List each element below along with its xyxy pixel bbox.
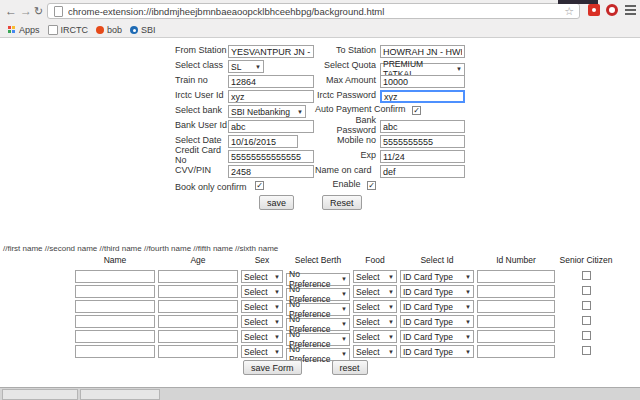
reload-icon[interactable]: ↻ bbox=[34, 3, 43, 19]
extension-icon-circle[interactable] bbox=[606, 4, 618, 16]
to-station-label: To Station bbox=[314, 45, 380, 55]
from-station-label: From Station bbox=[175, 45, 228, 55]
bookmark-bob[interactable]: bob bbox=[96, 25, 122, 35]
bank-label: Select bank bbox=[175, 105, 228, 115]
passenger-age-input[interactable] bbox=[158, 345, 238, 358]
senior-citizen-checkbox[interactable] bbox=[582, 331, 591, 340]
header-select-id: Select Id bbox=[400, 255, 474, 265]
bookmark-apps[interactable]: Apps bbox=[8, 25, 40, 35]
header-senior-citizen: Senior Citizen bbox=[558, 255, 614, 265]
chevron-down-icon: ▼ bbox=[462, 289, 471, 295]
name-on-card-input[interactable] bbox=[380, 165, 465, 178]
quota-label: Select Quota bbox=[314, 60, 380, 70]
train-no-label: Train no bbox=[175, 75, 228, 85]
auto-payment-checkbox[interactable] bbox=[412, 106, 421, 115]
senior-citizen-checkbox[interactable] bbox=[582, 301, 591, 310]
bank-password-label: Bank Password bbox=[314, 115, 380, 135]
bookmark-star-icon[interactable]: ☆ bbox=[564, 5, 574, 18]
irctc-password-label: Irctc Password bbox=[314, 90, 380, 100]
window-edge-strip bbox=[558, 0, 598, 4]
date-label: Select Date bbox=[175, 135, 228, 145]
mobile-label: Mobile no bbox=[314, 135, 380, 145]
back-icon[interactable]: ← bbox=[5, 3, 17, 19]
url-text: chrome-extension://ibndmjheejbmnbaeaoopc… bbox=[68, 6, 559, 17]
chevron-down-icon: ▼ bbox=[462, 334, 471, 340]
chevron-down-icon: ▼ bbox=[338, 351, 347, 357]
forward-icon[interactable]: → bbox=[20, 3, 32, 19]
chevron-down-icon: ▼ bbox=[385, 334, 394, 340]
irctc-password-input[interactable] bbox=[380, 90, 465, 103]
chevron-down-icon: ▼ bbox=[271, 334, 280, 340]
address-bar[interactable]: chrome-extension://ibndmjheejbmnbaeaoopc… bbox=[47, 3, 580, 19]
chevron-down-icon: ▼ bbox=[462, 319, 471, 325]
chevron-down-icon: ▼ bbox=[462, 349, 471, 355]
class-label: Select class bbox=[175, 60, 228, 70]
header-name: Name bbox=[75, 255, 155, 265]
booking-form: From Station To Station Select class SL … bbox=[175, 42, 475, 210]
chevron-down-icon: ▼ bbox=[385, 319, 394, 325]
passenger-row: Select ▼ No Preference ▼ Select ▼ ID Car… bbox=[0, 342, 640, 357]
chevron-down-icon: ▼ bbox=[294, 109, 303, 115]
document-icon bbox=[48, 25, 58, 35]
header-sex: Sex bbox=[241, 255, 283, 265]
save-form-button[interactable]: save Form bbox=[243, 360, 302, 375]
extension-page: From Station To Station Select class SL … bbox=[0, 38, 640, 400]
bookmarks-bar: Apps IRCTC bob SBI bbox=[0, 23, 640, 38]
food-select[interactable]: Select ▼ bbox=[353, 345, 397, 358]
passenger-name-input[interactable] bbox=[75, 345, 155, 358]
chevron-down-icon: ▼ bbox=[462, 304, 471, 310]
book-only-confirm-label: Book only confirm bbox=[175, 182, 247, 192]
chevron-down-icon: ▼ bbox=[271, 274, 280, 280]
chevron-down-icon: ▼ bbox=[271, 289, 280, 295]
senior-citizen-checkbox[interactable] bbox=[582, 286, 591, 295]
extension-icon-red[interactable] bbox=[588, 4, 600, 16]
chevron-down-icon: ▼ bbox=[385, 274, 394, 280]
id-number-input[interactable] bbox=[477, 345, 555, 358]
bottom-taskbar bbox=[0, 387, 640, 400]
page-icon bbox=[54, 6, 63, 17]
sbi-logo-icon bbox=[130, 26, 138, 34]
book-only-confirm-checkbox[interactable] bbox=[255, 181, 264, 190]
chevron-down-icon: ▼ bbox=[385, 289, 394, 295]
taskbar-item[interactable] bbox=[80, 389, 160, 400]
credit-card-label: Credit Card No bbox=[175, 145, 228, 165]
bookmark-irctc[interactable]: IRCTC bbox=[48, 25, 89, 35]
name-on-card-label: Name on card bbox=[314, 165, 380, 175]
irctc-user-label: Irctc User Id bbox=[175, 90, 228, 100]
chevron-down-icon: ▼ bbox=[462, 274, 471, 280]
max-amount-label: Max Amount bbox=[314, 75, 380, 85]
exp-label: Exp bbox=[314, 150, 380, 160]
chevron-down-icon: ▼ bbox=[252, 64, 261, 70]
enable-checkbox[interactable] bbox=[367, 181, 376, 190]
header-food: Food bbox=[353, 255, 397, 265]
chevron-down-icon: ▼ bbox=[385, 304, 394, 310]
save-button[interactable]: save bbox=[259, 195, 294, 210]
cvv-label: CVV/PIN bbox=[175, 165, 228, 175]
bob-logo-icon bbox=[96, 26, 104, 34]
chevron-down-icon: ▼ bbox=[271, 319, 280, 325]
taskbar-item[interactable] bbox=[2, 389, 78, 400]
browser-window: ← → ↻ chrome-extension://ibndmjheejbmnba… bbox=[0, 0, 640, 400]
bank-user-label: Bank User Id bbox=[175, 120, 228, 130]
berth-select[interactable]: No Preference ▼ bbox=[286, 348, 350, 361]
senior-citizen-checkbox[interactable] bbox=[582, 346, 591, 355]
senior-citizen-checkbox[interactable] bbox=[582, 316, 591, 325]
menu-icon[interactable] bbox=[625, 5, 636, 15]
chevron-down-icon: ▼ bbox=[271, 349, 280, 355]
header-id-number: Id Number bbox=[477, 255, 555, 265]
reset-form-button[interactable]: reset bbox=[332, 360, 368, 375]
header-age: Age bbox=[158, 255, 238, 265]
reset-button[interactable]: Reset bbox=[322, 195, 362, 210]
sex-select[interactable]: Select ▼ bbox=[241, 345, 283, 358]
id-type-select[interactable]: ID Card Type ▼ bbox=[400, 345, 474, 358]
browser-toolbar: ← → ↻ chrome-extension://ibndmjheejbmnba… bbox=[0, 0, 640, 23]
auto-payment-label: Auto Payment Confirm bbox=[315, 104, 406, 114]
apps-grid-icon bbox=[8, 26, 16, 34]
chevron-down-icon: ▼ bbox=[271, 304, 280, 310]
enable-label: Enable bbox=[332, 179, 360, 189]
chevron-down-icon: ▼ bbox=[385, 349, 394, 355]
passenger-table: Name Age Sex Select Berth Food Select Id… bbox=[0, 252, 640, 375]
bookmark-sbi[interactable]: SBI bbox=[130, 25, 156, 35]
senior-citizen-checkbox[interactable] bbox=[582, 271, 591, 280]
